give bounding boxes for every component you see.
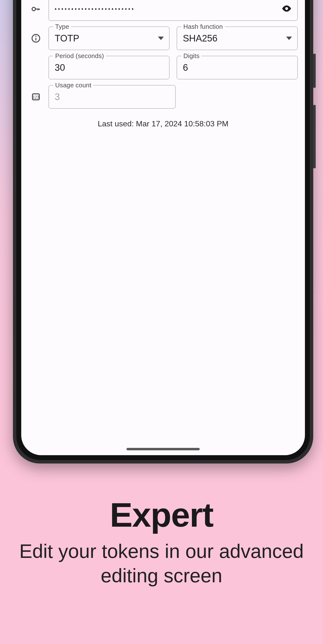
promo-subtitle: Edit your tokens in our advanced editing… — [0, 539, 323, 588]
period-field[interactable]: Period (seconds) 30 — [49, 56, 169, 79]
eye-icon — [281, 3, 292, 14]
promo-title: Expert — [0, 495, 323, 535]
chevron-down-icon — [286, 36, 292, 40]
hash-label: Hash function — [181, 23, 225, 30]
digits-field[interactable]: Digits 6 — [177, 56, 298, 79]
secret-label: Secret — [53, 0, 76, 1]
secret-value-masked: •••••••••••••••••••••••• — [55, 6, 135, 12]
phone-side-button-2 — [313, 105, 316, 168]
period-value: 30 — [55, 62, 65, 73]
phone-screen: Name Michael Issuer Azure Pipelines — [21, 0, 305, 455]
svg-point-8 — [285, 7, 288, 10]
usage-count-field[interactable]: Usage count 3 — [49, 85, 176, 108]
key-icon — [29, 4, 43, 14]
counter-icon: 123 — [29, 92, 43, 102]
row-usage: 123 Usage count 3 — [29, 85, 298, 108]
hash-select[interactable]: Hash function SHA256 — [177, 26, 298, 50]
nav-bar-pill — [126, 448, 200, 450]
row-period-digits: Period (seconds) 30 Digits 6 — [29, 56, 298, 79]
svg-point-4 — [32, 7, 35, 11]
svg-text:123: 123 — [33, 95, 39, 99]
type-select[interactable]: Type TOTP — [49, 26, 169, 50]
phone-bezel: Name Michael Issuer Azure Pipelines — [16, 0, 310, 460]
type-value: TOTP — [55, 33, 79, 44]
phone-frame: Name Michael Issuer Azure Pipelines — [13, 0, 313, 464]
phone-side-button-1 — [313, 54, 316, 88]
last-used-text: Last used: Mar 17, 2024 10:58:03 PM — [29, 119, 298, 128]
hash-value: SHA256 — [183, 33, 217, 44]
period-label: Period (seconds) — [53, 52, 106, 60]
type-label: Type — [53, 23, 71, 30]
digits-value: 6 — [183, 62, 188, 73]
spacer — [183, 85, 298, 108]
promo-caption: Expert Edit your tokens in our advanced … — [0, 495, 323, 588]
row-secret: Secret •••••••••••••••••••••••• — [29, 0, 298, 21]
chevron-down-icon — [158, 36, 164, 40]
edit-form: Name Michael Issuer Azure Pipelines — [29, 0, 298, 128]
usage-value: 3 — [55, 92, 60, 102]
info-icon — [29, 33, 43, 44]
svg-point-11 — [35, 36, 37, 37]
usage-label: Usage count — [53, 82, 93, 89]
secret-field[interactable]: Secret •••••••••••••••••••••••• — [49, 0, 298, 21]
toggle-secret-visibility[interactable] — [281, 3, 292, 15]
digits-label: Digits — [181, 52, 201, 60]
row-type-hash: Type TOTP Hash function SHA256 — [29, 26, 298, 50]
